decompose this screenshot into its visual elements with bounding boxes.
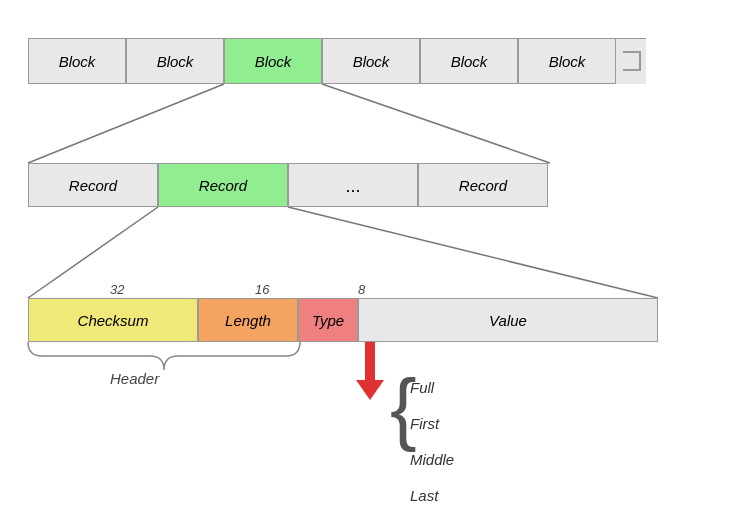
bit-label-length: 16 (255, 282, 269, 297)
record-cell-3: Record (418, 163, 548, 207)
type-first: First (410, 406, 454, 442)
field-row: Checksum Length Type Value (28, 298, 658, 342)
block-tail (616, 38, 646, 84)
block-cell-0: Block (28, 38, 126, 84)
header-brace-svg (28, 342, 300, 372)
field-length: Length (198, 298, 298, 342)
block-cell-1: Block (126, 38, 224, 84)
svg-line-3 (288, 207, 658, 298)
record-cell-0: Record (28, 163, 158, 207)
type-full: Full (410, 370, 454, 406)
type-middle: Middle (410, 442, 454, 478)
block-cell-2: Block (224, 38, 322, 84)
header-label: Header (110, 370, 159, 387)
record-cell-2: ... (288, 163, 418, 207)
block-row: Block Block Block Block Block Block (28, 38, 646, 84)
block-cell-4: Block (420, 38, 518, 84)
block-cell-5: Block (518, 38, 616, 84)
arrow-shaft (365, 342, 375, 380)
block-cell-3: Block (322, 38, 420, 84)
field-type: Type (298, 298, 358, 342)
svg-line-2 (28, 207, 158, 298)
type-last: Last (410, 478, 454, 514)
field-value: Value (358, 298, 658, 342)
bit-label-checksum: 32 (110, 282, 124, 297)
type-list: Full First Middle Last (410, 370, 454, 514)
svg-line-0 (28, 84, 224, 163)
svg-line-1 (322, 84, 550, 163)
type-arrow (356, 342, 384, 400)
bit-label-type: 8 (358, 282, 365, 297)
record-cell-1: Record (158, 163, 288, 207)
record-row: Record Record ... Record (28, 163, 548, 207)
field-checksum: Checksum (28, 298, 198, 342)
arrow-head (356, 380, 384, 400)
